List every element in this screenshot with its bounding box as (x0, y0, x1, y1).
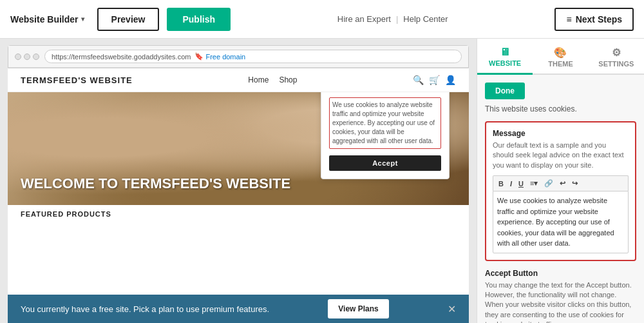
theme-tab-label: THEME (548, 60, 573, 68)
cookie-accept-button[interactable]: Accept (329, 155, 441, 171)
theme-tab-icon: 🎨 (535, 46, 585, 59)
tab-website[interactable]: 🖥 WEBSITE (477, 39, 533, 75)
browser-dot-3 (33, 54, 39, 60)
cart-icon[interactable]: 🛒 (429, 75, 440, 85)
site-logo: TERMSFEED'S WEBSITE (21, 75, 133, 85)
top-nav: Website Builder ▾ Preview Publish Hire a… (0, 0, 644, 39)
nav-home[interactable]: Home (248, 75, 269, 84)
help-center-link[interactable]: Help Center (403, 14, 448, 24)
message-label: Message (493, 129, 629, 138)
accept-section-desc: You may change the text for the Accept b… (485, 280, 636, 323)
brand-chevron: ▾ (81, 15, 84, 23)
accept-section-label: Accept Button (485, 269, 636, 278)
rte-content[interactable]: We use cookies to analyze website traffi… (493, 191, 629, 253)
site-featured-label: FEATURED PRODUCTS (8, 205, 469, 223)
settings-tab-label: SETTINGS (598, 60, 634, 68)
site-header: TERMSFEED'S WEBSITE Home Shop 🔍 🛒 👤 (8, 68, 469, 92)
hero-title: WELCOME TO TERMSFEED'S WEBSITE (21, 175, 290, 192)
panel-tabs: 🖥 WEBSITE 🎨 THEME ⚙ SETTINGS (477, 39, 644, 75)
website-tab-icon: 🖥 (480, 46, 530, 58)
free-domain-icon: 🔖 (194, 52, 204, 61)
view-plans-button[interactable]: View Plans (328, 299, 388, 318)
website-content: TERMSFEED'S WEBSITE Home Shop 🔍 🛒 👤 WELC… (8, 68, 469, 295)
site-hero: WELCOME TO TERMSFEED'S WEBSITE This webs… (8, 92, 469, 205)
brand-label: Website Builder (10, 14, 79, 24)
rte-toolbar: B I U ≡▾ 🔗 ↩ ↪ (493, 175, 629, 191)
settings-tab-icon: ⚙ (591, 46, 641, 59)
browser-dot-1 (15, 54, 21, 60)
cookie-banner-preview-text: We use cookies to analyze website traffi… (329, 97, 441, 149)
cookies-notice-text: This website uses cookies. (485, 104, 636, 113)
publish-button[interactable]: Publish (167, 8, 231, 31)
tab-theme[interactable]: 🎨 THEME (533, 39, 588, 75)
preview-button[interactable]: Preview (97, 8, 160, 31)
message-section: Message Our default text is a sample and… (485, 121, 636, 261)
rte-link-button[interactable]: 🔗 (542, 178, 556, 189)
nav-center: Hire an Expert | Help Center (238, 14, 547, 24)
rte-underline-button[interactable]: U (516, 179, 526, 189)
rte-bold-button[interactable]: B (496, 179, 506, 189)
nav-shop[interactable]: Shop (279, 75, 297, 84)
browser-toolbar: https://termsfeedswebsite.godaddysites.c… (8, 46, 468, 68)
hire-expert-link[interactable]: Hire an Expert (337, 14, 391, 24)
browser-chrome: https://termsfeedswebsite.godaddysites.c… (8, 45, 469, 68)
url-text: https://termsfeedswebsite.godaddysites.c… (52, 53, 191, 61)
brand: Website Builder ▾ (10, 14, 84, 24)
bottom-bar: You currently have a free site. Pick a p… (8, 295, 469, 323)
canvas-area: https://termsfeedswebsite.godaddysites.c… (0, 39, 477, 323)
right-panel: 🖥 WEBSITE 🎨 THEME ⚙ SETTINGS Done This w… (477, 39, 644, 323)
bottom-bar-close-icon[interactable]: ✕ (448, 303, 456, 315)
search-icon[interactable]: 🔍 (413, 75, 424, 85)
site-nav-icons: 🔍 🛒 👤 (413, 75, 456, 85)
rte-undo-button[interactable]: ↩ (557, 178, 568, 189)
next-steps-icon: ≡ (566, 14, 571, 24)
next-steps-label: Next Steps (576, 14, 622, 24)
tab-settings[interactable]: ⚙ SETTINGS (589, 39, 644, 75)
free-domain-label: Free domain (205, 53, 245, 61)
website-tab-label: WEBSITE (489, 59, 521, 67)
cookie-banner-preview: This website uses cookies. We use cookie… (321, 92, 450, 179)
next-steps-button[interactable]: ≡ Next Steps (554, 8, 634, 31)
main-layout: https://termsfeedswebsite.godaddysites.c… (0, 39, 644, 323)
free-domain-badge[interactable]: 🔖 Free domain (194, 52, 245, 61)
browser-dots (15, 54, 39, 60)
user-icon[interactable]: 👤 (445, 75, 456, 85)
rte-redo-button[interactable]: ↪ (569, 178, 580, 189)
rte-list-button[interactable]: ≡▾ (527, 178, 540, 189)
browser-dot-2 (24, 54, 30, 60)
site-nav: Home Shop (248, 75, 297, 84)
bottom-bar-message: You currently have a free site. Pick a p… (21, 304, 269, 314)
panel-body: Done This website uses cookies. Message … (477, 75, 644, 323)
browser-url-bar: https://termsfeedswebsite.godaddysites.c… (44, 50, 462, 63)
message-desc: Our default text is a sample and you sho… (493, 141, 629, 170)
cookie-banner-preview-title: This website uses cookies. (329, 92, 441, 93)
done-button[interactable]: Done (485, 83, 525, 99)
accept-button-section: Accept Button You may change the text fo… (485, 269, 636, 323)
nav-separator: | (396, 14, 398, 24)
rte-italic-button[interactable]: I (507, 179, 515, 189)
